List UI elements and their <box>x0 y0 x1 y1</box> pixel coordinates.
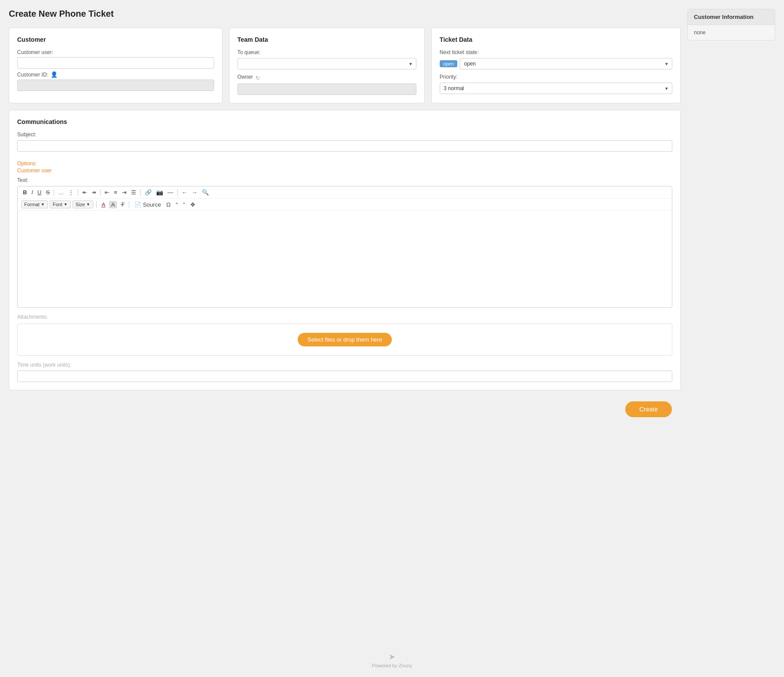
indent-button[interactable]: ↠ <box>90 189 98 196</box>
customer-info-body: none <box>688 25 775 40</box>
source-icon: 📄 <box>134 201 141 208</box>
font-dropdown[interactable]: Font ▼ <box>50 200 71 208</box>
to-queue-select-wrapper: ▼ <box>237 58 416 69</box>
customer-info-card: Customer Information none <box>687 9 775 40</box>
attachments-label: Attachments: <box>17 314 672 320</box>
strikethrough-button[interactable]: S <box>44 189 51 196</box>
clear-format-button[interactable]: T <box>119 201 126 208</box>
format-dropdown[interactable]: Format ▼ <box>21 200 48 208</box>
font-chevron-icon: ▼ <box>64 202 68 207</box>
owner-label: Owner <box>237 74 253 80</box>
special-chars-button[interactable]: Ω <box>164 201 172 208</box>
bold-button[interactable]: B <box>21 189 29 196</box>
time-units-label: Time units (work units): <box>17 362 672 368</box>
italic-button[interactable]: I <box>29 189 35 196</box>
align-left-button[interactable]: ⇤ <box>103 189 111 196</box>
owner-input <box>237 84 416 95</box>
state-select-wrapper: open open ▼ <box>440 58 672 69</box>
create-button[interactable]: Create <box>625 401 672 417</box>
page-title: Create New Phone Ticket <box>9 9 681 19</box>
underline-button[interactable]: U <box>36 189 43 196</box>
ticket-card-title: Ticket Data <box>440 36 672 43</box>
owner-refresh-icon[interactable]: ↻ <box>255 75 260 81</box>
team-card-title: Team Data <box>237 36 416 43</box>
align-justify-button[interactable]: ☰ <box>129 189 138 196</box>
size-dropdown[interactable]: Size ▼ <box>73 200 93 208</box>
size-chevron-icon: ▼ <box>86 202 90 207</box>
toolbar-divider-4 <box>140 189 141 196</box>
team-data-card: Team Data To queue: ▼ Owner ↻ <box>229 28 425 103</box>
toolbar2-divider-2 <box>129 201 129 208</box>
redo-button[interactable]: → <box>190 189 199 196</box>
priority-label: Priority: <box>440 74 672 80</box>
format-chevron-icon: ▼ <box>41 202 45 207</box>
to-queue-label: To queue: <box>237 49 416 55</box>
customer-id-field <box>17 80 214 91</box>
find-button[interactable]: 🔍 <box>200 189 211 196</box>
source-button[interactable]: 📄 Source <box>132 201 163 208</box>
image-button[interactable]: 📷 <box>154 189 165 196</box>
text-editor: B I U S … ⋮ ↞ ↠ ⇤ ≡ ⇥ ☰ <box>17 186 672 308</box>
customer-card: Customer Customer user: Customer ID: 👤 <box>9 28 222 103</box>
bg-color-button[interactable]: A <box>109 201 117 208</box>
znuny-logo: ➤ <box>389 652 395 662</box>
state-select[interactable]: open <box>460 58 672 69</box>
font-label: Font <box>53 202 62 207</box>
unordered-list-button[interactable]: ⋮ <box>66 189 76 196</box>
to-queue-select[interactable] <box>237 58 416 69</box>
link-button[interactable]: 🔗 <box>143 189 153 196</box>
align-right-button[interactable]: ⇥ <box>120 189 128 196</box>
time-units-input[interactable] <box>17 371 672 382</box>
toolbar2-divider-1 <box>96 201 97 208</box>
powered-by-text: Powered by Znuny <box>372 663 412 668</box>
options-label: Options: <box>17 160 672 167</box>
font-color-button[interactable]: A <box>100 201 107 208</box>
editor-body[interactable] <box>18 211 672 307</box>
select-files-button[interactable]: Select files or drop them here <box>298 333 392 346</box>
size-label: Size <box>76 202 85 207</box>
hr-button[interactable]: ― <box>166 189 175 196</box>
toolbar-divider-2 <box>78 189 78 196</box>
communications-card: Communications Subject: Options: Custome… <box>9 110 681 390</box>
state-badge: open <box>440 60 457 67</box>
undo-button[interactable]: ← <box>180 189 189 196</box>
sidebar: Customer Information none <box>687 9 775 40</box>
subject-label: Subject: <box>17 131 672 138</box>
customer-user-link[interactable]: Customer user <box>17 167 672 174</box>
priority-select-wrapper: 3 normal ▼ <box>440 83 672 94</box>
state-select-container: open ▼ <box>460 58 672 69</box>
editor-toolbar-2: Format ▼ Font ▼ Size ▼ A A <box>18 199 672 211</box>
create-button-row: Create <box>9 397 681 422</box>
attachments-drop-zone[interactable]: Select files or drop them here <box>17 324 672 356</box>
customer-user-label: Customer user: <box>17 49 214 55</box>
subject-input[interactable] <box>17 140 672 152</box>
customer-info-header: Customer Information <box>688 9 775 25</box>
outdent-button[interactable]: ↞ <box>80 189 89 196</box>
toolbar-divider-1 <box>54 189 54 196</box>
customer-card-title: Customer <box>17 36 214 43</box>
communications-title: Communications <box>17 118 672 125</box>
maximize-button[interactable]: ✥ <box>189 201 197 208</box>
priority-select[interactable]: 3 normal <box>440 83 672 94</box>
blockquote-button[interactable]: “ <box>174 201 179 208</box>
editor-toolbar-1: B I U S … ⋮ ↞ ↠ ⇤ ≡ ⇥ ☰ <box>18 186 672 199</box>
format-label: Format <box>24 202 40 207</box>
toolbar-divider-3 <box>100 189 101 196</box>
time-units-section: Time units (work units): <box>17 362 672 382</box>
text-label: Text: <box>17 177 672 183</box>
customer-id-icon: 👤 <box>51 71 58 78</box>
toolbar-divider-5 <box>177 189 178 196</box>
code-button[interactable]: ” <box>181 201 186 208</box>
owner-row: Owner ↻ <box>237 74 416 82</box>
customer-user-input[interactable] <box>17 57 214 69</box>
ordered-list-button[interactable]: … <box>56 189 66 196</box>
next-state-label: Next ticket state: <box>440 49 672 55</box>
customer-id-label: Customer ID: 👤 <box>17 71 214 78</box>
align-center-button[interactable]: ≡ <box>112 189 119 196</box>
ticket-data-card: Ticket Data Next ticket state: open open… <box>431 28 681 103</box>
footer: ➤ Powered by Znuny <box>0 643 784 677</box>
